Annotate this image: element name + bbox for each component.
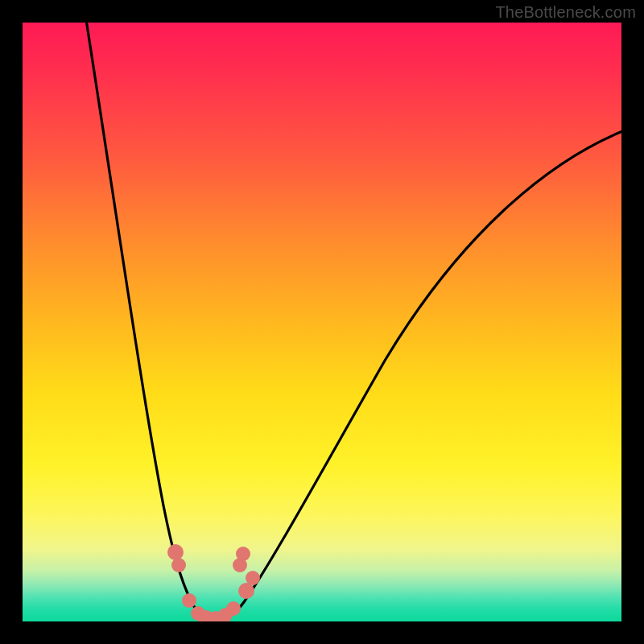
watermark-text: TheBottleneck.com <box>495 3 636 22</box>
bottleneck-curve <box>23 23 621 621</box>
plot-area <box>23 23 621 621</box>
curve-right <box>212 127 621 620</box>
data-marker <box>238 583 254 599</box>
data-marker <box>246 571 260 585</box>
data-marker <box>182 593 196 608</box>
data-marker <box>236 547 250 561</box>
data-marker <box>171 558 186 572</box>
curve-left <box>85 23 212 620</box>
data-marker <box>226 601 241 616</box>
